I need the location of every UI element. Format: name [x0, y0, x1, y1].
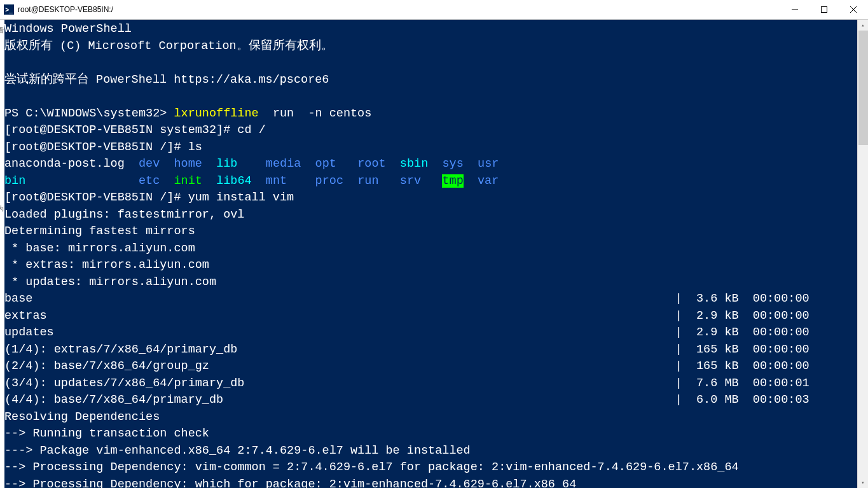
- cmd-token: centos: [329, 107, 372, 120]
- intro-line: 版权所有 (C) Microsoft Corporation。保留所有权利。: [4, 39, 333, 53]
- yum-line: Resolving Dependencies: [4, 410, 160, 424]
- edge-char: 看: [0, 26, 4, 35]
- yum-line: --> Processing Dependency: vim-common = …: [4, 461, 739, 474]
- minimize-icon: [792, 6, 798, 13]
- ls-item: sys: [443, 157, 464, 171]
- yum-line: * updates: mirrors.aliyun.com: [4, 275, 216, 289]
- scrollbar-thumb[interactable]: [858, 31, 868, 145]
- ls-item: lib: [216, 157, 237, 171]
- powershell-window: >_ root@DESKTOP-VEB85IN:/ Windows PowerS…: [0, 0, 868, 488]
- ls-item: bin: [4, 174, 25, 188]
- ls-item: init: [174, 174, 202, 188]
- svg-rect-1: [822, 7, 827, 13]
- close-icon: [850, 6, 857, 13]
- shell-line: [root@DESKTOP-VEB85IN system32]# cd /: [4, 123, 266, 137]
- ls-item: tmp: [442, 174, 463, 188]
- ls-item: etc: [139, 174, 160, 188]
- maximize-icon: [821, 6, 827, 13]
- shell-line: [root@DESKTOP-VEB85IN /]# ls: [4, 141, 202, 154]
- left-window-edge: 看 为: [0, 20, 4, 488]
- maximize-button[interactable]: [809, 0, 839, 20]
- ls-item: anaconda-post.log: [4, 157, 125, 171]
- ls-item: opt: [315, 157, 336, 171]
- ls-item: mnt: [266, 174, 287, 188]
- minimize-button[interactable]: [780, 0, 809, 20]
- ls-item: proc: [315, 174, 343, 188]
- yum-line: --> Running transaction check: [4, 427, 209, 440]
- yum-line: Determining fastest mirrors: [4, 225, 195, 238]
- ls-item: run: [357, 174, 378, 188]
- scroll-up-arrow[interactable]: ▴: [858, 20, 868, 31]
- cmd-token: run -n: [266, 107, 329, 120]
- ps-prompt: PS C:\WINDOWS\system32>: [4, 107, 174, 120]
- yum-line: Loaded plugins: fastestmirror, ovl: [4, 208, 244, 221]
- ls-item: root: [357, 157, 385, 171]
- vertical-scrollbar[interactable]: ▴ ▾: [857, 20, 868, 488]
- yum-line: --> Processing Dependency: which for pac…: [4, 478, 576, 489]
- ls-item: media: [266, 157, 301, 171]
- intro-line: Windows PowerShell: [4, 22, 132, 36]
- terminal-area[interactable]: Windows PowerShell 版权所有 (C) Microsoft Co…: [0, 20, 868, 488]
- edge-char: 为: [0, 204, 4, 213]
- ls-item: lib64: [216, 174, 252, 188]
- yum-line: * extras: mirrors.aliyun.com: [4, 258, 209, 272]
- yum-line: * base: mirrors.aliyun.com: [4, 242, 195, 255]
- terminal-output: Windows PowerShell 版权所有 (C) Microsoft Co…: [4, 21, 868, 488]
- ls-item: usr: [478, 157, 499, 171]
- yum-line: ---> Package vim-enhanced.x86_64 2:7.4.6…: [4, 444, 471, 457]
- titlebar[interactable]: >_ root@DESKTOP-VEB85IN:/: [0, 0, 868, 20]
- close-button[interactable]: [839, 0, 868, 20]
- ls-item: sbin: [400, 157, 428, 171]
- cmd-token: lxrunoffline: [174, 107, 265, 120]
- ls-item: home: [174, 157, 202, 171]
- shell-line: [root@DESKTOP-VEB85IN /]# yum install vi…: [4, 191, 294, 204]
- ls-item: var: [478, 174, 499, 188]
- ls-item: srv: [400, 174, 421, 188]
- powershell-icon: >_: [4, 4, 14, 15]
- window-controls: [780, 0, 868, 20]
- ls-item: dev: [139, 157, 160, 171]
- scroll-down-arrow[interactable]: ▾: [858, 477, 868, 488]
- window-title: root@DESKTOP-VEB85IN:/: [18, 5, 780, 14]
- intro-line: 尝试新的跨平台 PowerShell https://aka.ms/pscore…: [4, 73, 329, 87]
